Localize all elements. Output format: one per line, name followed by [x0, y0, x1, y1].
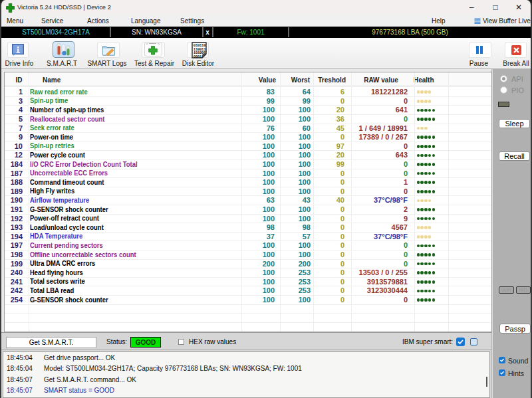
- svg-text:0001: 0001: [194, 54, 202, 58]
